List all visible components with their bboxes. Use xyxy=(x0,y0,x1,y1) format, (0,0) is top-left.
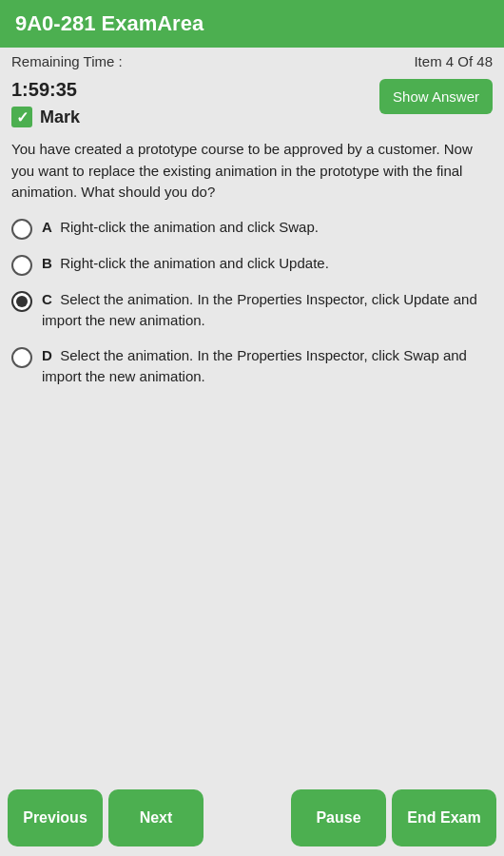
show-answer-button[interactable]: Show Answer xyxy=(379,79,493,114)
mark-row: Mark xyxy=(11,107,80,127)
question-area: You have created a prototype course to b… xyxy=(0,127,504,780)
app-title: 9A0-281 ExamArea xyxy=(15,11,204,35)
timer-display: 1:59:35 xyxy=(11,79,80,101)
next-button[interactable]: Next xyxy=(108,789,204,846)
option-a-text: A Right-click the animation and click Sw… xyxy=(42,217,493,239)
option-c-text: C Select the animation. In the Propertie… xyxy=(42,289,493,332)
radio-d[interactable] xyxy=(11,347,32,368)
mark-label: Mark xyxy=(40,107,80,127)
radio-c[interactable] xyxy=(11,291,32,312)
option-c[interactable]: C Select the animation. In the Propertie… xyxy=(11,289,493,332)
option-a[interactable]: A Right-click the animation and click Sw… xyxy=(11,217,493,240)
bottom-nav: Previous Next Pause End Exam xyxy=(0,780,504,856)
mark-checkbox[interactable] xyxy=(11,107,32,127)
option-b[interactable]: B Right-click the animation and click Up… xyxy=(11,253,493,276)
option-d-text: D Select the animation. In the Propertie… xyxy=(42,345,493,388)
end-exam-button[interactable]: End Exam xyxy=(392,789,496,846)
item-label: Item 4 Of 48 xyxy=(414,53,493,69)
timer-row: 1:59:35 Mark Show Answer xyxy=(0,75,504,127)
meta-bar: Remaining Time : Item 4 Of 48 xyxy=(0,48,504,75)
remaining-label: Remaining Time : xyxy=(11,53,123,69)
app-header: 9A0-281 ExamArea xyxy=(0,0,504,48)
radio-a[interactable] xyxy=(11,219,32,240)
radio-b[interactable] xyxy=(11,255,32,276)
previous-button[interactable]: Previous xyxy=(8,789,103,846)
option-d[interactable]: D Select the animation. In the Propertie… xyxy=(11,345,493,388)
option-b-text: B Right-click the animation and click Up… xyxy=(42,253,493,275)
timer-left: 1:59:35 Mark xyxy=(11,79,80,127)
pause-button[interactable]: Pause xyxy=(291,789,386,846)
question-text: You have created a prototype course to b… xyxy=(11,139,493,204)
